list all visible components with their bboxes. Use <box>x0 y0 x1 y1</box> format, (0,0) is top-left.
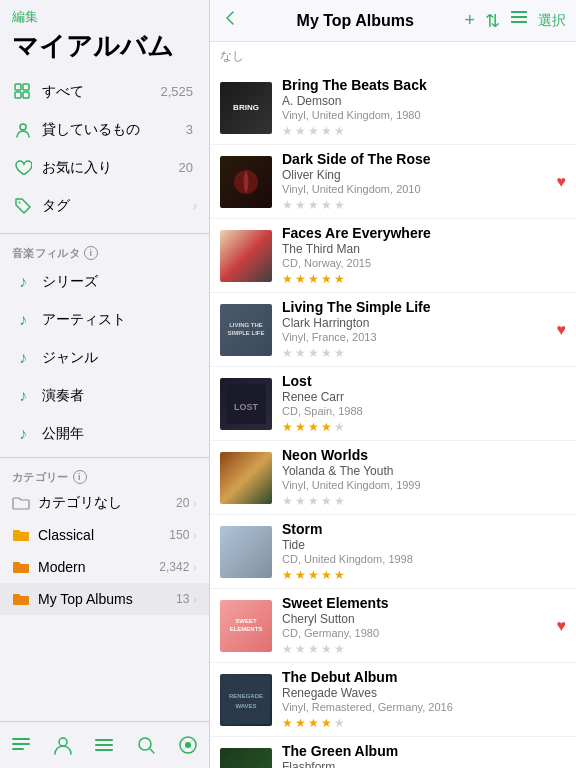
star-icon: ★ <box>334 198 345 212</box>
back-button[interactable] <box>220 8 240 33</box>
category-modern-count: 2,342 <box>159 560 189 574</box>
list-item[interactable]: Faces Are Everywhere The Third Man CD, N… <box>210 219 576 293</box>
filter-year[interactable]: ♪ 公開年 <box>0 415 209 453</box>
star-icon: ★ <box>308 420 319 434</box>
category-mytop[interactable]: My Top Albums 13 › <box>0 583 209 615</box>
edit-button[interactable]: 編集 <box>12 8 197 26</box>
album-info: Bring The Beats Back A. Demson Vinyl, Un… <box>282 77 566 138</box>
album-stars: ★ ★ ★ ★ ★ <box>282 198 551 212</box>
album-artist: Yolanda & The Youth <box>282 464 566 478</box>
bottom-menu-button[interactable] <box>85 730 123 760</box>
heart-outline-icon <box>12 157 34 179</box>
list-item[interactable]: Storm Tide CD, United Kingdom, 1998 ★ ★ … <box>210 515 576 589</box>
list-item[interactable]: Neon Worlds Yolanda & The Youth Vinyl, U… <box>210 441 576 515</box>
add-button[interactable]: + <box>464 10 475 31</box>
folder-mytop-icon <box>12 590 30 608</box>
category-none-count: 20 <box>176 496 189 510</box>
album-art-lost: LOST <box>220 378 272 430</box>
filter-genre[interactable]: ♪ ジャンル <box>0 339 209 377</box>
svg-rect-18 <box>511 21 527 23</box>
star-icon: ★ <box>334 642 345 656</box>
album-info: The Green Album Flashform Vinyl, Germany… <box>282 743 566 768</box>
list-view-button[interactable] <box>510 9 528 32</box>
filter-series[interactable]: ♪ シリーズ <box>0 263 209 301</box>
album-artist: Clark Harrington <box>282 316 551 330</box>
category-mytop-chevron-icon: › <box>193 593 197 605</box>
list-item[interactable]: RENEGADEWAVES The Debut Album Renegade W… <box>210 663 576 737</box>
list-item[interactable]: LOST Lost Renee Carr CD, Spain, 1988 ★ ★… <box>210 367 576 441</box>
star-icon: ★ <box>321 716 332 730</box>
album-artist: Renee Carr <box>282 390 566 404</box>
album-actions: ♥ <box>557 321 567 339</box>
svg-rect-2 <box>15 92 21 98</box>
album-actions: ♥ <box>557 617 567 635</box>
star-icon: ★ <box>282 568 293 582</box>
album-name: Dark Side of The Rose <box>282 151 551 167</box>
album-artist: Tide <box>282 538 566 552</box>
star-icon: ★ <box>295 494 306 508</box>
svg-point-4 <box>20 124 26 130</box>
header-actions: + ⇅ 選択 <box>464 9 566 32</box>
album-name: Faces Are Everywhere <box>282 225 566 241</box>
album-stars: ★ ★ ★ ★ ★ <box>282 642 551 656</box>
borrowed-label: 貸しているもの <box>42 121 186 139</box>
svg-rect-3 <box>23 92 29 98</box>
album-list: BRING Bring The Beats Back A. Demson Vin… <box>210 71 576 768</box>
album-info: Storm Tide CD, United Kingdom, 1998 ★ ★ … <box>282 521 566 582</box>
category-classical-label: Classical <box>38 527 169 543</box>
star-icon: ★ <box>282 716 293 730</box>
album-artist: Renegade Waves <box>282 686 566 700</box>
star-icon: ★ <box>282 272 293 286</box>
album-actions: ♥ <box>557 173 567 191</box>
bottom-search-button[interactable] <box>127 730 165 760</box>
star-icon: ★ <box>321 420 332 434</box>
sidebar-item-borrowed[interactable]: 貸しているもの 3 <box>0 111 209 149</box>
sidebar-item-tags[interactable]: タグ › <box>0 187 209 225</box>
bottom-list-button[interactable] <box>2 730 40 760</box>
album-stars: ★ ★ ★ ★ ★ <box>282 124 566 138</box>
star-icon: ★ <box>334 272 345 286</box>
list-item[interactable]: BRING Bring The Beats Back A. Demson Vin… <box>210 71 576 145</box>
svg-rect-7 <box>12 743 30 745</box>
sidebar-item-all[interactable]: すべて 2,525 <box>0 73 209 111</box>
filter-series-label: シリーズ <box>42 273 197 291</box>
album-info: The Debut Album Renegade Waves Vinyl, Re… <box>282 669 566 730</box>
svg-rect-8 <box>12 748 24 750</box>
star-icon: ★ <box>282 198 293 212</box>
folder-modern-icon <box>12 558 30 576</box>
album-art-debut: RENEGADEWAVES <box>220 674 272 726</box>
filter-artist[interactable]: ♪ アーティスト <box>0 301 209 339</box>
album-meta: Vinyl, United Kingdom, 1999 <box>282 479 566 491</box>
no-items-label: なし <box>210 42 576 71</box>
category-modern[interactable]: Modern 2,342 › <box>0 551 209 583</box>
list-item[interactable]: Dark Side of The Rose Oliver King Vinyl,… <box>210 145 576 219</box>
folder-empty-icon <box>12 494 30 512</box>
album-name: Living The Simple Life <box>282 299 551 315</box>
album-art-green: FLASHFORM <box>220 748 272 769</box>
list-item[interactable]: SWEET ELEMENTS Sweet Elements Cheryl Sut… <box>210 589 576 663</box>
svg-rect-0 <box>15 84 21 90</box>
sort-button[interactable]: ⇅ <box>485 10 500 32</box>
list-item[interactable]: FLASHFORM The Green Album Flashform Viny… <box>210 737 576 768</box>
select-button[interactable]: 選択 <box>538 12 566 30</box>
category-none[interactable]: カテゴリなし 20 › <box>0 487 209 519</box>
album-art-dark <box>220 156 272 208</box>
filter-artist-label: アーティスト <box>42 311 197 329</box>
star-icon: ★ <box>295 642 306 656</box>
sidebar-item-favorites[interactable]: お気に入り 20 <box>0 149 209 187</box>
album-art-faces <box>220 230 272 282</box>
svg-text:RENEGADE: RENEGADE <box>229 693 263 699</box>
album-name: The Green Album <box>282 743 566 759</box>
filter-performer[interactable]: ♪ 演奏者 <box>0 377 209 415</box>
bottom-person-button[interactable] <box>44 730 82 760</box>
bottom-radio-button[interactable] <box>169 730 207 760</box>
star-icon: ★ <box>334 346 345 360</box>
star-icon: ★ <box>321 494 332 508</box>
star-icon: ★ <box>282 642 293 656</box>
category-modern-chevron-icon: › <box>193 561 197 573</box>
list-item[interactable]: LIVING THE SIMPLE LIFE Living The Simple… <box>210 293 576 367</box>
star-icon: ★ <box>295 568 306 582</box>
album-meta: CD, United Kingdom, 1998 <box>282 553 566 565</box>
filter-year-label: 公開年 <box>42 425 197 443</box>
category-classical[interactable]: Classical 150 › <box>0 519 209 551</box>
